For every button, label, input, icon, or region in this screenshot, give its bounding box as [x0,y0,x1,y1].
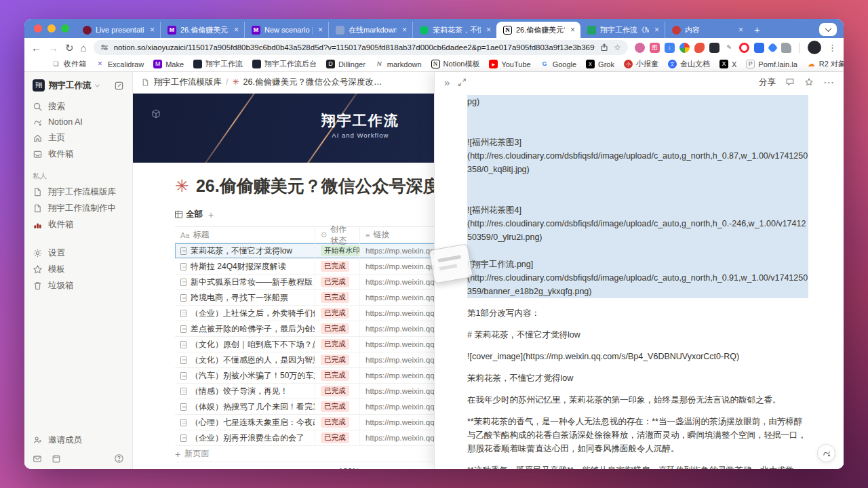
sidebar-item-inbox-db[interactable]: 收件箱 [30,216,127,232]
text-block[interactable]: 在我年少时的苏州记忆里，茉莉花茶的第一印象，始终是那份无法言说的馥郁之香。 [467,393,808,407]
compose-icon[interactable] [114,81,124,91]
chrome-colors-extension-icon[interactable] [679,43,690,53]
view-tab-all[interactable]: 全部 [175,209,203,220]
add-view-button[interactable]: + [208,209,214,220]
minimize-window-button[interactable] [47,24,56,33]
bookmark-excalidraw[interactable]: ✕Excalidraw [96,60,144,68]
tab-close-icon[interactable]: × [233,26,240,34]
bookmark-star-icon[interactable]: ☆ [614,43,621,52]
text-block[interactable]: **茉莉花茶的香气，是一种令人无法忽视的存在：**当一盏温润的茶汤摆放眼前，由芳… [467,415,808,455]
bookmark-inbox[interactable]: ❏收件箱 [52,59,86,69]
tab-close-icon[interactable]: × [401,26,408,34]
diamond-extension-icon[interactable] [768,42,778,53]
tab-make-course[interactable]: 翔宇工作流《Make基础… × [580,22,665,38]
text-block[interactable]: ![福州花茶图4] (http://res.cloudinary.com/dsb… [467,203,808,244]
bookmark-r2[interactable]: ☁R2 对象存储 [807,59,844,69]
maximize-window-button[interactable] [61,24,69,33]
tab-make-scenario-1[interactable]: M 26.偷偷赚美元? 微信公… × [160,22,244,38]
share-icon[interactable] [600,43,608,52]
pencil-extension-icon[interactable]: ✎ [724,43,734,53]
invite-members-button[interactable]: 邀请成员 [30,432,127,448]
sidebar-item-inbox[interactable]: 收件箱 [30,146,127,162]
sidebar-item-notion-ai[interactable]: Notion AI [30,115,127,129]
dark-extension-icon[interactable] [709,43,719,53]
column-header-status[interactable]: ⊙创作状态 [315,227,360,243]
red-extension-icon[interactable] [694,43,705,53]
sidebar-item-template-library[interactable]: 翔宇工作流模版库 [30,184,127,200]
bookmark-xiangyu[interactable]: 翔宇工作流 [193,59,243,69]
expand-page-icon[interactable] [458,78,467,87]
tab-notion-active[interactable]: N 26.偷偷赚美元? 微信公… × [496,22,580,38]
bookmark-notion-template[interactable]: NNotion模板 [431,59,480,69]
tab-make-new-scenario[interactable]: M New scenario | Make × [244,22,328,38]
back-button[interactable]: ← [31,43,41,53]
tab-wechat-article[interactable]: 茉莉花茶，不懂它才觉得… × [412,22,496,38]
more-options-icon[interactable]: ⋯ [823,76,834,89]
sidebar-item-home[interactable]: 主页 [30,129,127,146]
text-block[interactable]: 茉莉花茶，不懂它才觉得low [467,371,808,385]
bookmark-markdown[interactable]: Nmarkdown [375,60,422,68]
tab-close-icon[interactable]: × [317,26,324,34]
tab-search-button[interactable] [819,23,837,36]
close-peek-icon[interactable]: » [444,77,450,88]
bookmark-dillinger[interactable]: DDillinger [326,60,366,68]
profile-avatar[interactable] [808,41,821,54]
help-icon[interactable] [114,453,124,464]
peek-document-body[interactable]: pg) ![福州花茶图3] (http://res.cloudinary.com… [435,92,844,469]
tab-live-presentation[interactable]: Live presentation — × [76,22,160,38]
tab-close-icon[interactable]: × [485,26,492,34]
image-extension-icon[interactable]: 图 [650,43,660,53]
docs-extension-icon[interactable] [754,43,764,53]
sidebar-item-search[interactable]: 搜索 [30,98,127,115]
bookmark-youtube[interactable]: ▶YouTube [489,60,530,68]
sidebar-item-settings[interactable]: 设置 [30,245,127,261]
forward-button[interactable]: → [48,43,58,53]
bookmark-pomf[interactable]: PPomf.lain.la [746,60,797,68]
text-block[interactable]: ![翔宇工作流.png] (http://res.cloudinary.com/… [467,258,808,298]
bookmark-grok[interactable]: xGrok [586,60,614,68]
column-calculation[interactable]: 非空白100% [175,462,359,469]
address-bar[interactable]: notion.so/xiaoyuzaici/115017a905fd80b39c… [94,40,628,55]
flower-extension-icon[interactable] [635,43,645,53]
tab-content[interactable]: 内容 × [665,22,749,38]
bookmark-make[interactable]: MMake [153,60,184,68]
text-block[interactable]: # 茉莉花茶，不懂它才觉得low [467,328,808,342]
new-tab-button[interactable]: + [754,24,760,35]
bookmark-xiangyu-admin[interactable]: 翔宇工作流后台 [252,59,317,69]
favorite-star-icon[interactable] [804,77,814,87]
bookmark-google[interactable]: GGoogle [540,60,576,68]
text-block[interactable]: pg) [467,95,808,108]
tab-markdown-editor[interactable]: 在线markdown编辑器_… × [328,22,412,38]
tab-close-icon[interactable]: × [569,26,576,34]
browser-menu-icon[interactable]: ⋮ [828,43,837,53]
calendar-icon[interactable] [52,454,61,464]
text-block[interactable]: 第1部分改写内容： [467,306,808,320]
text-block[interactable]: **这种香气，既平民又高雅**，能够从皇家御膳房一直延伸到街角的寻常茶肆。北大求… [467,464,808,469]
sidebar-item-in-progress[interactable]: 翔宇工作流制作中 [30,200,127,216]
download-extension-icon[interactable]: ↓ [665,43,675,53]
tab-close-icon[interactable]: × [737,26,745,34]
extensions-puzzle-icon[interactable] [781,43,791,53]
tab-close-icon[interactable]: × [149,26,156,34]
bookmark-xiaobaotong[interactable]: 小小报童 [624,59,658,69]
notion-ai-button[interactable] [817,444,835,462]
sidebar-item-trash[interactable]: 垃圾箱 [30,277,127,293]
tab-close-icon[interactable]: × [653,26,660,34]
home-button[interactable]: ⌂ [81,43,87,53]
share-button[interactable]: 分享 [759,77,776,88]
bookmark-kdocs[interactable]: 文金山文档 [668,59,710,69]
column-header-title[interactable]: Aa标题 [175,227,315,243]
text-block[interactable]: ![cover_image](https://mp.weixin.qq.com/… [467,350,808,363]
close-window-button[interactable] [34,24,42,33]
opera-extension-icon[interactable] [739,43,749,53]
comments-icon[interactable] [785,77,795,87]
breadcrumb-current[interactable]: 26.偷偷赚美元？微信公众号深度改… [243,77,382,88]
site-info-icon[interactable] [100,43,108,52]
mail-icon[interactable] [33,454,42,464]
reload-button[interactable]: ↻ [65,43,74,53]
sidebar-item-templates[interactable]: 模板 [30,261,127,277]
breadcrumb-parent[interactable]: 翔宇工作流模版库 [154,77,222,88]
bookmark-x[interactable]: XX [719,60,736,68]
text-block[interactable]: ![福州花茶图3] (http://res.cloudinary.com/dsb… [467,136,808,176]
window-controls[interactable] [30,19,76,38]
